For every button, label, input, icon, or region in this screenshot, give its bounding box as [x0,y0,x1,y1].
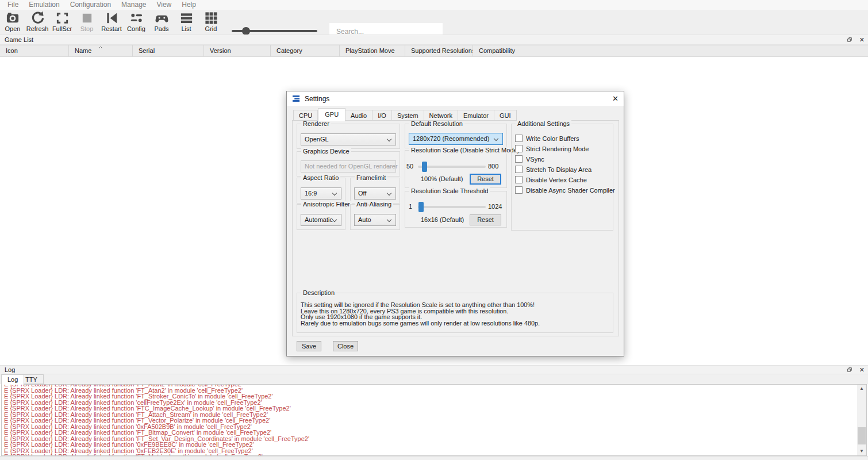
tab-io[interactable]: I/O [372,110,392,121]
float-panel-icon[interactable] [847,367,852,373]
menu-help[interactable]: Help [176,0,201,10]
threshold-slider-thumb[interactable] [418,202,424,212]
checkbox-box [515,166,523,173]
aspect-ratio-combobox[interactable]: 16:9 [301,187,341,200]
checkbox-write-color-buffers[interactable]: Write Color Buffers [515,135,579,142]
menu-configuration[interactable]: Configuration [65,0,116,10]
list-view-label: List [174,25,199,33]
menu-view[interactable]: View [151,0,176,10]
close-button[interactable]: Close [333,341,358,351]
close-panel-icon[interactable]: ✕ [859,37,865,43]
config-button[interactable]: Config [124,10,149,33]
scroll-up-icon[interactable]: ▲ [857,385,866,393]
threshold-max-label: 1024 [488,203,502,210]
resolution-scale-slider-thumb[interactable] [422,162,427,172]
framelimit-group-label: Framelimit [355,174,387,181]
resolution-scale-threshold-group-label: Resolution Scale Threshold [409,187,490,194]
chevron-down-icon [494,136,498,141]
icon-size-slider-thumb[interactable] [242,27,250,35]
checkbox-strict-rendering-mode[interactable]: Strict Rendering Mode [515,145,589,152]
open-button[interactable]: Open [0,10,25,33]
scrollbar-thumb[interactable] [858,427,866,444]
threshold-slider[interactable] [418,206,486,208]
anti-aliasing-group-label: Anti-Aliasing [355,201,393,208]
rpcs3-logo-icon [292,95,301,102]
fullscreen-icon [55,11,70,25]
aspect-ratio-group-label: Aspect Ratio [301,174,340,181]
column-version[interactable]: Version [204,45,271,56]
log-tab[interactable]: Log [1,374,24,385]
settings-tabs: CPU GPU Audio I/O System Network Emulato… [293,108,517,121]
column-serial[interactable]: Serial [133,45,204,56]
grid-view-button[interactable]: Grid [198,10,224,33]
column-name[interactable]: Name [69,45,133,56]
pads-button[interactable]: Pads [149,10,174,33]
float-panel-icon[interactable] [847,37,852,43]
resolution-scale-min-label: 50 [406,163,413,170]
tab-gpu[interactable]: GPU [318,108,345,121]
menu-manage[interactable]: Manage [116,0,151,10]
chevron-down-icon [332,191,337,195]
config-label: Config [124,25,149,33]
checkbox-box [515,135,523,142]
log-title: Log [5,366,15,373]
graphics-device-combobox: Not needed for OpenGL renderer [301,160,396,172]
log-scrollbar[interactable]: ▲ ▼ [857,385,866,455]
tab-audio[interactable]: Audio [345,110,372,121]
chevron-down-icon [387,191,391,195]
framelimit-combobox[interactable]: Off [354,187,396,200]
tab-emulator[interactable]: Emulator [458,110,494,121]
resolution-scale-slider[interactable] [418,166,486,168]
resolution-scale-reset-button[interactable]: Reset [470,174,501,185]
tab-gui[interactable]: GUI [494,110,517,121]
restart-label: Restart [99,25,124,33]
checkbox-disable-async-shader-compiler[interactable]: Disable Async Shader Compiler [515,186,615,194]
pads-icon [155,11,169,25]
description-line: Only use 1920x1080 if the game supports … [301,314,540,320]
menu-file[interactable]: File [2,0,24,10]
checkbox-disable-vertex-cache[interactable]: Disable Vertex Cache [515,176,587,183]
column-compatibility[interactable]: Compatibility [473,45,868,56]
stop-icon [80,11,94,25]
anti-aliasing-combobox[interactable]: Auto [354,214,396,226]
column-category[interactable]: Category [271,45,340,56]
checkbox-box [515,145,523,152]
menu-emulation[interactable]: Emulation [24,0,64,10]
refresh-button[interactable]: Refresh [25,10,50,33]
bottom-strip [0,456,868,460]
checkbox-stretch-to-display-area[interactable]: Stretch To Display Area [515,166,592,173]
column-supported-resolutions[interactable]: Supported Resolutions [405,45,473,56]
column-playstation-move[interactable]: PlayStation Move [340,45,405,56]
fullscreen-button[interactable]: FullScr [49,10,75,33]
column-icon[interactable]: Icon [0,45,69,56]
list-view-button[interactable]: List [174,10,199,33]
checkbox-box [515,186,523,194]
resolution-scale-group-label: Resolution Scale (Disable Strict Mode) [409,147,521,154]
game-list-titlebar: Game List ✕ [0,34,868,45]
dialog-close-icon[interactable]: ✕ [612,94,619,103]
scroll-down-icon[interactable]: ▼ [857,447,866,455]
chevron-down-icon [332,217,337,222]
checkbox-vsync[interactable]: VSync [515,155,544,163]
restart-button[interactable]: Restart [99,10,124,33]
tab-network[interactable]: Network [424,110,458,121]
open-icon [6,11,20,25]
renderer-combobox[interactable]: OpenGL [301,133,396,145]
default-resolution-combobox[interactable]: 1280x720 (Recommended) [409,133,503,145]
log-line: E {SPRX Loader} LDR: Already linked func… [4,442,866,447]
log-view: E {SPRX Loader} LDR: Already linked func… [1,384,867,456]
settings-dialog-titlebar: Settings ✕ [287,91,624,106]
stop-button[interactable]: Stop [74,10,99,33]
checkbox-box [515,176,523,183]
tab-system[interactable]: System [392,110,424,121]
close-panel-icon[interactable]: ✕ [859,367,865,373]
save-button[interactable]: Save [297,341,321,351]
refresh-label: Refresh [25,25,50,33]
icon-size-slider[interactable] [232,30,317,32]
pads-label: Pads [149,25,174,33]
threshold-reset-button[interactable]: Reset [470,214,501,225]
description-line: This setting will be ignored if the Reso… [301,302,540,308]
anisotropic-filter-combobox[interactable]: Automatic [301,214,341,226]
log-titlebar: Log ✕ [0,365,868,374]
tab-cpu[interactable]: CPU [293,110,318,121]
